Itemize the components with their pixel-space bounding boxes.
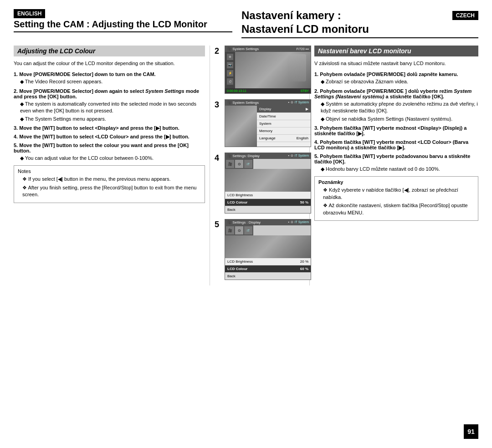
screen-4: 4 🎥 Settings: Display ▪ ⊙ iT System 🎥 [225,153,305,214]
right-column: Nastavení barev LCD monitoru V závislost… [310,46,478,285]
notes-item-1: If you select [◀] button in the menu, th… [22,176,201,183]
notes-title: Notes [18,168,201,174]
right-step-2: 2. Pohybem ovladače [POWER/MODE ] dolů v… [314,88,478,122]
left-column: Adjusting the LCD Colour You can adjust … [14,46,210,285]
menu-item-system: System [257,120,311,127]
main-content: Adjusting the LCD Colour You can adjust … [14,46,478,285]
display-menu-4: LCD Brightness LCD Colour 50 % Back [225,192,311,213]
left-title: Setting the CAM : Adjusting the LCD Moni… [14,19,207,29]
screens-column: 2 🎥 System Settings F/720 ▪▪▪ ⊕ 📷 ⚡ ⏱ [210,46,310,285]
cam-title-2: 🎥 System Settings [227,47,259,51]
display-icon-1: 🎥 [226,160,234,168]
menu-list-3: Display ▶ Date/Time System Memory [257,106,311,147]
menu-image-3 [225,106,257,147]
display-lcd-brightness: LCD Brightness [225,192,311,199]
menu-body-3: Display ▶ Date/Time System Memory [225,106,311,147]
screen-number-3: 3 [215,100,219,110]
menu-header-3: 🎥 System Settings ▪ ⊙ iT System [225,100,311,106]
cam-sidebar-2: ⊕ 📷 ⚡ ⏱ [225,52,235,88]
display-body-img-5 [225,235,311,258]
cam-icon-camera: 📷 [227,62,233,68]
left-step-5: 5. Move the [W/T] button to select the c… [14,143,205,162]
display5-icon-2: ⊙ [235,226,243,234]
left-intro: You can adjust the colour of the LCD mon… [14,60,205,67]
screen-number-5: 5 [215,220,219,229]
display-tab-it: iT [244,160,252,168]
display-header-4: 🎥 Settings: Display ▪ ⊙ iT System [225,153,311,159]
right-step-1: 1. Pohybem ovladače [POWER/MODE] dolů za… [314,71,478,85]
right-step-4: 4. Pohybem tlačítka [W/T] vyberte možnos… [314,139,478,151]
notes-box: Notes If you select [◀] button in the me… [14,165,205,203]
display-screen-5: 🎥 Settings : Display ▪ ⊙ iT System 🎥 ⊙ i… [225,219,311,280]
english-badge: ENGLISH [14,9,45,18]
display-back: Back [225,206,311,213]
display5-icon-1: 🎥 [226,226,234,234]
screen-5: 5 🎥 Settings : Display ▪ ⊙ iT System 🎥 [225,219,305,280]
cam-icon-timer: ⏱ [227,78,233,85]
display5-lcd-colour: LCD Colour 60 % [225,265,311,273]
display-screen-4: 🎥 Settings: Display ▪ ⊙ iT System 🎥 ⊙ iT [225,153,311,214]
left-section-header: Adjusting the LCD Colour [14,46,205,56]
poznamky-item-1: Když vyberete v nabídce tlačítko [◀], zo… [323,187,474,201]
menu-item-datetime: Date/Time [257,113,311,120]
screen-number-2: 2 [215,46,219,56]
poznamky-title: Poznámky [318,179,474,185]
display5-tab-it: iT [244,226,252,234]
display5-back: Back [225,273,311,280]
display-body-img-4 [225,169,311,192]
right-step-5: 5. Pohybem tlačítka [W/T] vyberte požado… [314,153,478,173]
page: ENGLISH Setting the CAM : Adjusting the … [0,0,492,448]
left-step-4: 4. Move the [W/T] button to select <LCD … [14,134,205,140]
cam-header-2: 🎥 System Settings F/720 ▪▪▪ [225,46,311,52]
right-intro: V závislosti na situaci můžete nastavit … [314,60,478,67]
menu-item-display: Display ▶ [257,106,311,113]
left-step-1: 1. Move [POWER/MODE Selector] down to tu… [14,71,205,85]
cam-video-2 [235,52,311,88]
display-icon-2: ⊙ [235,160,243,168]
cam-icon-zoom: ⊕ [227,54,233,60]
menu-item-memory: Memory [257,127,311,135]
header: ENGLISH Setting the CAM : Adjusting the … [14,9,478,43]
display-menu-5: LCD Brightness 20 % LCD Colour 60 % Back [225,258,311,280]
screen-3: 3 🎥 System Settings ▪ ⊙ iT System [225,99,305,147]
cam-main-2 [235,52,311,88]
czech-badge: CZECH [452,11,478,20]
page-number: 91 [464,424,478,439]
czech-title1: Nastavení kamery : [241,9,341,22]
display-lcd-colour: LCD Colour 50 % [225,199,311,206]
cam-bottom-2: 0:00:00:13:11 STBY [225,88,311,93]
left-step-3: 3. Move the [W/T] button to select <Disp… [14,125,205,131]
left-step-2: 2. Move [POWER/MODE Selector] down again… [14,88,205,122]
right-step-3: 3. Pohybem tlačítka [W/T] vyberte možnos… [314,125,478,137]
right-section-header: Nastavení barev LCD monitoru [314,46,478,56]
right-steps: 1. Pohybem ovladače [POWER/MODE] dolů za… [314,71,478,173]
menu-item-language: Language English [257,135,311,142]
cam-icon-flash: ⚡ [227,70,233,76]
poznamky-item-2: Až dokončíte nastavení, stiskem tlačítka… [323,202,474,216]
display5-lcd-brightness: LCD Brightness 20 % [225,258,311,265]
screen-2: 2 🎥 System Settings F/720 ▪▪▪ ⊕ 📷 ⚡ ⏱ [225,46,305,94]
screen-number-4: 4 [215,153,219,163]
czech-title2: Nastavení LCD monitoru [241,23,369,35]
cam-right-2: F/720 ▪▪▪ [297,47,309,51]
camera-screen-2: 🎥 System Settings F/720 ▪▪▪ ⊕ 📷 ⚡ ⏱ [225,46,311,94]
menu-screen-3: 🎥 System Settings ▪ ⊙ iT System Display [225,99,311,147]
display-header-5: 🎥 Settings : Display ▪ ⊙ iT System [225,219,311,225]
left-steps: 1. Move [POWER/MODE Selector] down to tu… [14,71,205,162]
notes-item-2: After you finish setting, press the [Rec… [22,184,201,199]
poznamky-box: Poznámky Když vyberete v nabídce tlačítk… [314,176,478,221]
